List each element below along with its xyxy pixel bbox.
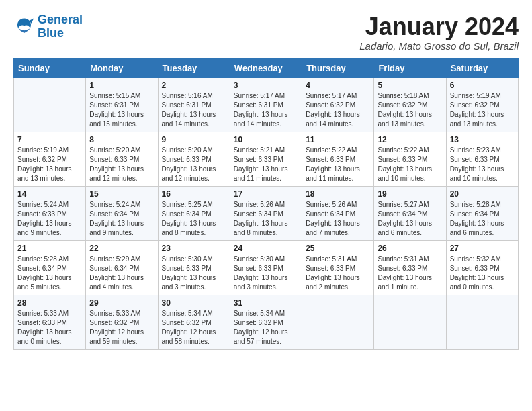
day-number: 30 (162, 298, 226, 308)
day-info: Sunrise: 5:22 AM Sunset: 6:33 PM Dayligh… (378, 146, 442, 183)
calendar-cell: 20Sunrise: 5:28 AM Sunset: 6:34 PM Dayli… (446, 186, 518, 240)
day-number: 31 (234, 298, 298, 308)
logo-text: General Blue (38, 13, 83, 40)
day-info: Sunrise: 5:18 AM Sunset: 6:32 PM Dayligh… (378, 91, 442, 129)
calendar-cell: 5Sunrise: 5:18 AM Sunset: 6:32 PM Daylig… (374, 77, 446, 132)
weekday-header: Sunday (14, 58, 86, 77)
calendar-cell: 27Sunrise: 5:32 AM Sunset: 6:33 PM Dayli… (446, 240, 518, 295)
calendar-cell (374, 295, 446, 349)
calendar-cell (446, 295, 518, 349)
day-info: Sunrise: 5:15 AM Sunset: 6:31 PM Dayligh… (89, 91, 154, 129)
day-info: Sunrise: 5:22 AM Sunset: 6:33 PM Dayligh… (306, 146, 370, 183)
calendar-cell: 15Sunrise: 5:24 AM Sunset: 6:34 PM Dayli… (86, 186, 158, 240)
calendar-cell: 22Sunrise: 5:29 AM Sunset: 6:34 PM Dayli… (86, 240, 158, 295)
calendar-cell: 3Sunrise: 5:17 AM Sunset: 6:31 PM Daylig… (230, 77, 302, 132)
calendar-cell: 29Sunrise: 5:33 AM Sunset: 6:32 PM Dayli… (86, 295, 158, 349)
calendar-cell: 14Sunrise: 5:24 AM Sunset: 6:33 PM Dayli… (14, 186, 86, 240)
calendar-week-row: 28Sunrise: 5:33 AM Sunset: 6:33 PM Dayli… (14, 295, 519, 349)
weekday-header: Monday (86, 58, 158, 77)
day-number: 10 (234, 135, 298, 144)
logo: General Blue (13, 13, 83, 40)
calendar-cell: 10Sunrise: 5:21 AM Sunset: 6:33 PM Dayli… (230, 132, 302, 186)
calendar-cell: 6Sunrise: 5:19 AM Sunset: 6:32 PM Daylig… (446, 77, 518, 132)
day-info: Sunrise: 5:34 AM Sunset: 6:32 PM Dayligh… (162, 309, 226, 347)
day-number: 23 (162, 244, 226, 253)
day-number: 29 (89, 298, 154, 308)
calendar-week-row: 14Sunrise: 5:24 AM Sunset: 6:33 PM Dayli… (14, 186, 519, 240)
day-number: 7 (17, 135, 82, 144)
logo-icon (13, 16, 35, 38)
calendar-cell (302, 295, 374, 349)
calendar-cell: 12Sunrise: 5:22 AM Sunset: 6:33 PM Dayli… (374, 132, 446, 186)
day-number: 6 (450, 81, 515, 90)
day-info: Sunrise: 5:19 AM Sunset: 6:32 PM Dayligh… (17, 146, 82, 183)
day-info: Sunrise: 5:33 AM Sunset: 6:32 PM Dayligh… (89, 309, 154, 347)
day-number: 14 (17, 189, 82, 199)
calendar-cell: 23Sunrise: 5:30 AM Sunset: 6:33 PM Dayli… (158, 240, 230, 295)
calendar-week-row: 1Sunrise: 5:15 AM Sunset: 6:31 PM Daylig… (14, 77, 519, 132)
day-number: 22 (89, 244, 154, 253)
calendar-cell: 24Sunrise: 5:30 AM Sunset: 6:33 PM Dayli… (230, 240, 302, 295)
day-number: 5 (378, 81, 442, 90)
day-info: Sunrise: 5:25 AM Sunset: 6:34 PM Dayligh… (162, 200, 226, 238)
page-header: General Blue January 2024 Ladario, Mato … (13, 13, 519, 52)
day-number: 18 (306, 189, 370, 199)
weekday-header: Thursday (302, 58, 374, 77)
calendar-week-row: 7Sunrise: 5:19 AM Sunset: 6:32 PM Daylig… (14, 132, 519, 186)
day-info: Sunrise: 5:28 AM Sunset: 6:34 PM Dayligh… (17, 255, 82, 292)
day-info: Sunrise: 5:31 AM Sunset: 6:33 PM Dayligh… (306, 255, 370, 292)
day-number: 11 (306, 135, 370, 144)
day-number: 28 (17, 298, 82, 308)
day-number: 2 (162, 81, 226, 90)
weekday-header: Saturday (446, 58, 518, 77)
day-number: 26 (378, 244, 442, 253)
day-info: Sunrise: 5:26 AM Sunset: 6:34 PM Dayligh… (306, 200, 370, 238)
day-number: 19 (378, 189, 442, 199)
calendar-cell: 28Sunrise: 5:33 AM Sunset: 6:33 PM Dayli… (14, 295, 86, 349)
calendar-cell (14, 77, 86, 132)
day-info: Sunrise: 5:32 AM Sunset: 6:33 PM Dayligh… (450, 255, 515, 292)
calendar-cell: 19Sunrise: 5:27 AM Sunset: 6:34 PM Dayli… (374, 186, 446, 240)
calendar-cell: 26Sunrise: 5:31 AM Sunset: 6:33 PM Dayli… (374, 240, 446, 295)
day-number: 16 (162, 189, 226, 199)
day-info: Sunrise: 5:19 AM Sunset: 6:32 PM Dayligh… (450, 91, 515, 129)
location: Ladario, Mato Grosso do Sul, Brazil (359, 40, 519, 52)
calendar-cell: 7Sunrise: 5:19 AM Sunset: 6:32 PM Daylig… (14, 132, 86, 186)
calendar-cell: 30Sunrise: 5:34 AM Sunset: 6:32 PM Dayli… (158, 295, 230, 349)
day-info: Sunrise: 5:20 AM Sunset: 6:33 PM Dayligh… (162, 146, 226, 183)
day-number: 20 (450, 189, 515, 199)
day-number: 12 (378, 135, 442, 144)
calendar-cell: 16Sunrise: 5:25 AM Sunset: 6:34 PM Dayli… (158, 186, 230, 240)
day-info: Sunrise: 5:27 AM Sunset: 6:34 PM Dayligh… (378, 200, 442, 238)
day-info: Sunrise: 5:34 AM Sunset: 6:32 PM Dayligh… (234, 309, 298, 347)
calendar-cell: 2Sunrise: 5:16 AM Sunset: 6:31 PM Daylig… (158, 77, 230, 132)
day-info: Sunrise: 5:17 AM Sunset: 6:31 PM Dayligh… (234, 91, 298, 129)
calendar-cell: 21Sunrise: 5:28 AM Sunset: 6:34 PM Dayli… (14, 240, 86, 295)
day-info: Sunrise: 5:30 AM Sunset: 6:33 PM Dayligh… (234, 255, 298, 292)
calendar-cell: 8Sunrise: 5:20 AM Sunset: 6:33 PM Daylig… (86, 132, 158, 186)
calendar-cell: 25Sunrise: 5:31 AM Sunset: 6:33 PM Dayli… (302, 240, 374, 295)
day-info: Sunrise: 5:21 AM Sunset: 6:33 PM Dayligh… (234, 146, 298, 183)
day-number: 15 (89, 189, 154, 199)
day-info: Sunrise: 5:24 AM Sunset: 6:33 PM Dayligh… (17, 200, 82, 238)
day-number: 1 (89, 81, 154, 90)
calendar-week-row: 21Sunrise: 5:28 AM Sunset: 6:34 PM Dayli… (14, 240, 519, 295)
day-number: 8 (89, 135, 154, 144)
day-number: 25 (306, 244, 370, 253)
calendar-cell: 11Sunrise: 5:22 AM Sunset: 6:33 PM Dayli… (302, 132, 374, 186)
day-info: Sunrise: 5:29 AM Sunset: 6:34 PM Dayligh… (89, 255, 154, 292)
calendar-cell: 9Sunrise: 5:20 AM Sunset: 6:33 PM Daylig… (158, 132, 230, 186)
calendar-cell: 31Sunrise: 5:34 AM Sunset: 6:32 PM Dayli… (230, 295, 302, 349)
day-info: Sunrise: 5:23 AM Sunset: 6:33 PM Dayligh… (450, 146, 515, 183)
day-number: 9 (162, 135, 226, 144)
calendar-header: SundayMondayTuesdayWednesdayThursdayFrid… (14, 58, 519, 77)
day-number: 21 (17, 244, 82, 253)
day-info: Sunrise: 5:17 AM Sunset: 6:32 PM Dayligh… (306, 91, 370, 129)
calendar-cell: 4Sunrise: 5:17 AM Sunset: 6:32 PM Daylig… (302, 77, 374, 132)
day-info: Sunrise: 5:24 AM Sunset: 6:34 PM Dayligh… (89, 200, 154, 238)
title-block: January 2024 Ladario, Mato Grosso do Sul… (359, 13, 519, 52)
day-number: 4 (306, 81, 370, 90)
calendar-cell: 1Sunrise: 5:15 AM Sunset: 6:31 PM Daylig… (86, 77, 158, 132)
day-number: 24 (234, 244, 298, 253)
day-info: Sunrise: 5:31 AM Sunset: 6:33 PM Dayligh… (378, 255, 442, 292)
